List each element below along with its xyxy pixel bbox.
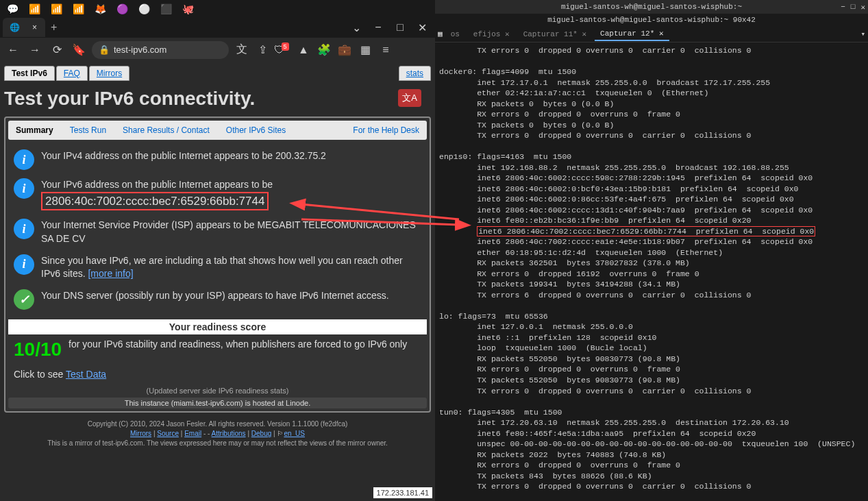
dropdown-icon[interactable]: ⌄ [346,19,367,36]
tab-mirrors[interactable]: Mirrors [89,66,129,81]
page-content: Test IPv6 FAQ Mirrors stats Test your IP… [0,62,435,501]
sidebar-icon[interactable]: ▦ [356,41,374,59]
terminal-window: miguel-santos-wh@miguel-santos-wisphub:~… [435,0,868,501]
term-tab-2[interactable]: efijos ✕ [468,27,515,40]
subtab-helpdesk[interactable]: For the Help Desk [347,122,425,138]
bookmark-icon[interactable]: 🔖 [70,41,88,59]
terminal-tab-dropdown-icon[interactable]: ▾ [860,29,865,38]
app-icon[interactable]: ⚪ [134,1,153,16]
menu-icon[interactable]: ≡ [377,41,395,59]
score-heading: Your readiness score [8,319,427,334]
more-info-link[interactable]: [more info] [88,268,133,279]
test-data-row: Click to see Test Data [8,363,427,385]
extension-icon[interactable]: 🧩 [315,41,333,59]
testdata-prefix: Click to see [14,369,66,380]
wifi-icon[interactable]: 📶 [47,1,66,16]
info-icon: i [14,149,34,170]
terminal-subtitle: miguel-santos-wh@miguel-santos-wisphub:~… [435,14,868,26]
mirrors-link[interactable]: Mirrors [130,430,151,437]
debug-link[interactable]: Debug [251,430,271,437]
minimize-icon[interactable]: − [368,19,388,36]
reload-icon[interactable]: ⟳ [48,41,66,59]
footer-note: (Updated server side IPv6 readiness stat… [8,385,427,396]
maximize-icon[interactable]: □ [851,3,856,12]
subtab-other-sites[interactable]: Other IPv6 Sites [220,122,292,138]
browser-tab[interactable]: 🌐 × [3,18,45,37]
close-tab-icon[interactable]: × [31,21,38,34]
close-icon[interactable]: ✕ [412,19,432,36]
minimize-icon[interactable]: − [841,3,845,12]
taskbar: 💬 📶 📶 📶 🦊 🟣 ⚪ ⬛ 🐙 [0,0,435,17]
close-icon[interactable]: ✕ [860,3,865,12]
terminal-icon[interactable]: ⬛ [156,1,175,16]
test-data-link[interactable]: Test Data [66,369,106,380]
tab-faq[interactable]: FAQ [56,66,88,81]
instance-footer: This instance (miami.test-ipv6.com) is h… [8,398,427,408]
term-tab-1[interactable]: os [445,28,465,40]
subtab-share[interactable]: Share Results / Contact [116,122,216,138]
score-description: for your IPv6 stability and readiness, w… [69,339,407,361]
result-dns: ✓ Your DNS server (possibly run by your … [8,285,427,314]
terminal-titlebar: miguel-santos-wh@miguel-santos-wisphub:~… [435,0,868,14]
navigation-bar: ← → ⟳ 🔖 🔒 test-ipv6.com 文 ⇪ 🛡5 ▲ 🧩 💼 ▦ ≡ [0,38,435,62]
forward-icon[interactable]: → [26,41,44,59]
source-link[interactable]: Source [157,430,179,437]
copyright-line3: This is a mirror of test-ipv6.com. The v… [4,439,431,448]
info-icon: i [14,178,34,199]
tab-stats[interactable]: stats [399,66,431,81]
wifi-icon[interactable]: 📶 [25,1,44,16]
result-ipv4: i Your IPv4 address on the public Intern… [8,145,427,174]
ipv6-label: Your IPv6 address on the public Internet… [41,179,273,190]
terminal-menu-icon[interactable]: ▦ [438,29,443,38]
score-value: 10/10 [14,339,62,361]
slack-icon[interactable]: 🟣 [112,1,132,16]
browser-window: 💬 📶 📶 📶 🦊 🟣 ⚪ ⬛ 🐙 🌐 × + ⌄ − □ ✕ ← → ⟳ 🔖 … [0,0,435,501]
firefox-icon[interactable]: 🦊 [90,1,110,16]
brave-icon[interactable]: ▲ [295,41,312,59]
wallet-icon[interactable]: 💼 [336,41,354,59]
url-text: test-ipv6.com [114,45,166,55]
info-icon: i [14,254,34,275]
check-icon: ✓ [14,289,34,310]
terminal-title: miguel-santos-wh@miguel-santos-wisphub:~ [561,3,742,11]
tab-bar: 🌐 × + ⌄ − □ ✕ [0,17,435,38]
copyright-block: Copyright (C) 2010, 2024 Jason Fesler. A… [4,419,431,448]
result-ipv6: i Your IPv6 address on the public Intern… [8,174,427,215]
wifi-icon[interactable]: 📶 [69,1,88,16]
attributions-link[interactable]: Attributions [212,430,246,437]
page-main-tabs: Test IPv6 FAQ Mirrors stats [4,66,431,81]
locale-link[interactable]: en_US [284,430,305,437]
tab-favicon-icon: 🌐 [10,23,20,32]
share-icon[interactable]: ⇪ [253,41,271,59]
result-isp: i Your Internet Service Provider (ISP) a… [8,215,427,249]
copyright-line1: Copyright (C) 2010, 2024 Jason Fesler. A… [4,419,431,429]
page-title: Test your IPv6 connectivity. [4,88,431,110]
language-badge[interactable]: 文A [398,89,421,107]
shield-icon[interactable]: 🛡5 [274,41,292,59]
whatsapp-icon[interactable]: 💬 [3,1,22,16]
subtab-tests-run[interactable]: Tests Run [64,122,112,138]
back-icon[interactable]: ← [4,41,22,59]
term-tab-4[interactable]: Capturar 12* ✕ [595,27,669,41]
result-ipv6-tab: i Since you have IPv6, we are including … [8,250,427,285]
terminal-output[interactable]: TX errors 0 dropped 0 overruns 0 carrier… [435,42,868,495]
address-bar[interactable]: 🔒 test-ipv6.com [92,41,229,59]
results-panel: Summary Tests Run Share Results / Contac… [4,117,431,413]
tab-test-ipv6[interactable]: Test IPv6 [4,66,55,81]
translate-icon[interactable]: 文 [233,41,251,59]
terminal-tabs: ▦ os efijos ✕ Capturar 11* ✕ Capturar 12… [435,26,868,42]
subtab-summary[interactable]: Summary [10,122,60,138]
info-icon: i [14,219,34,239]
new-tab-button[interactable]: + [45,21,62,34]
lock-icon: 🔒 [99,45,110,55]
ipv6-address-highlighted: 2806:40c:7002:cccc:bec7:6529:66bb:7744 [41,192,269,211]
floating-ip: 172.233.181.41 [373,487,432,498]
sub-tabs: Summary Tests Run Share Results / Contac… [8,121,427,140]
maximize-icon[interactable]: □ [390,19,410,36]
copyright-links: Mirrors | Source | Email - - Attribution… [4,429,431,439]
github-icon[interactable]: 🐙 [178,1,197,16]
terminal-window-controls: − □ ✕ [841,3,865,12]
score-row: 10/10 for your IPv6 stability and readin… [8,336,427,363]
term-tab-3[interactable]: Capturar 11* ✕ [518,27,592,40]
email-link[interactable]: Email [184,430,201,437]
